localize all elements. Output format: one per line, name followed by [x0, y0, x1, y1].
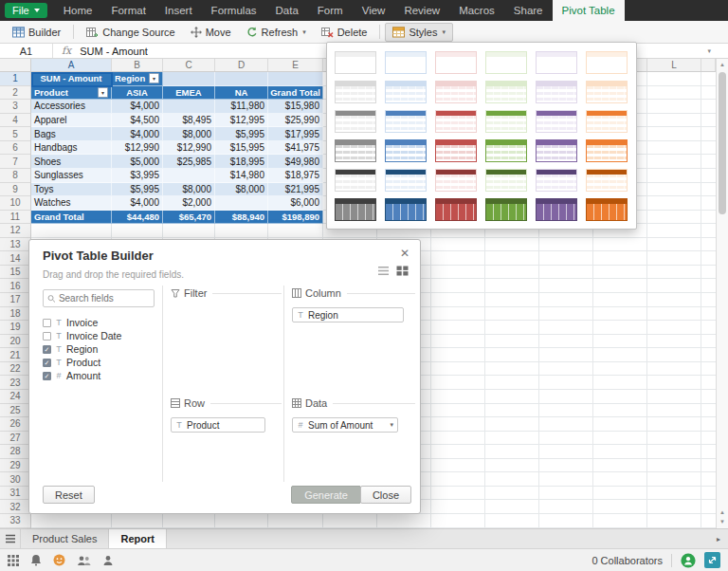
style-thumbnail-purple-row2[interactable]	[536, 81, 577, 103]
row-header-8[interactable]: 8	[0, 169, 30, 183]
styles-button[interactable]: Styles ▾	[385, 23, 452, 42]
row-header-30[interactable]: 30	[0, 472, 30, 487]
collaborators-icon[interactable]	[77, 555, 91, 566]
menu-item-home[interactable]: Home	[54, 0, 102, 21]
select-all-corner[interactable]	[0, 59, 31, 72]
row-header-5[interactable]: 5	[0, 127, 30, 141]
formula-input[interactable]: SUM - Amount	[80, 46, 148, 57]
pivot-grand-total-cell[interactable]: $44,480	[112, 211, 163, 225]
style-thumbnail-blue-row2[interactable]	[385, 81, 427, 103]
scrollbar-thumb[interactable]	[719, 72, 726, 214]
pivot-value-cell[interactable]: $25,990	[268, 114, 323, 128]
row-header-20[interactable]: 20	[0, 335, 30, 349]
row-header-2[interactable]: 2	[0, 86, 30, 101]
pivot-value-cell[interactable]: $18,995	[215, 155, 268, 169]
pivot-row-label[interactable]: Accessories	[31, 100, 112, 114]
row-header-3[interactable]: 3	[0, 100, 30, 114]
pivot-grand-total-cell[interactable]: Grand Total	[31, 211, 112, 225]
row-header-1[interactable]: 1	[0, 72, 30, 86]
style-thumbnail-blue-row1[interactable]	[385, 51, 427, 74]
row-header-22[interactable]: 22	[0, 362, 30, 377]
pivot-grand-total-cell[interactable]: $88,940	[215, 211, 268, 225]
grid-layout-button[interactable]	[396, 266, 409, 276]
cell-header-spacer[interactable]	[163, 72, 215, 86]
style-thumbnail-blue-row5[interactable]	[385, 169, 427, 192]
pivot-value-cell[interactable]: $17,995	[268, 127, 323, 141]
generate-button[interactable]: Generate	[291, 486, 361, 504]
pivot-value-cell[interactable]	[163, 169, 215, 183]
style-thumbnail-red-row1[interactable]	[435, 51, 477, 74]
style-thumbnail-red-row4[interactable]	[435, 139, 477, 162]
pivot-value-cell[interactable]: $15,980	[268, 100, 323, 114]
pivot-value-cell[interactable]	[163, 100, 215, 114]
collaborators-count[interactable]: 0 Collaborators	[592, 555, 663, 566]
pivot-col-header-na[interactable]: NA	[215, 86, 268, 101]
row-header-15[interactable]: 15	[0, 266, 30, 280]
delete-button[interactable]: Delete	[314, 23, 375, 42]
pivot-value-cell[interactable]: $4,500	[112, 114, 163, 128]
field-checkbox-amount[interactable]: ✓	[43, 372, 51, 380]
style-thumbnail-red-row5[interactable]	[435, 169, 477, 192]
field-row-product[interactable]: ✓TProduct	[43, 356, 155, 369]
pivot-row-label[interactable]: Bags	[31, 127, 112, 141]
row-header-13[interactable]: 13	[0, 238, 30, 252]
pivot-row-label[interactable]: Apparel	[31, 114, 112, 128]
pivot-grand-total-cell[interactable]: $65,470	[163, 211, 215, 225]
style-thumbnail-gray-row2[interactable]	[335, 81, 376, 103]
row-header-19[interactable]: 19	[0, 321, 30, 335]
emoji-feedback-icon[interactable]	[53, 554, 65, 566]
menu-item-pivot-table[interactable]: Pivot Table	[553, 0, 625, 21]
formula-bar-collapse-icon[interactable]: ▾	[707, 47, 711, 55]
style-thumbnail-green-row2[interactable]	[485, 81, 527, 103]
menu-item-share[interactable]: Share	[504, 0, 553, 21]
cell-header-spacer[interactable]	[215, 72, 268, 86]
style-thumbnail-green-row3[interactable]	[485, 110, 527, 133]
pivot-value-cell[interactable]: $21,995	[268, 183, 323, 197]
refresh-button[interactable]: Refresh ▾	[239, 23, 314, 42]
move-button[interactable]: Move	[183, 23, 239, 42]
grid-row[interactable]	[31, 514, 716, 528]
style-thumbnail-purple-row4[interactable]	[536, 139, 577, 162]
search-fields-box[interactable]	[43, 289, 155, 307]
row-field-chip[interactable]: T Product	[171, 417, 265, 433]
field-checkbox-invoice-date[interactable]	[43, 332, 51, 341]
field-checkbox-product[interactable]: ✓	[43, 359, 51, 367]
row-header-18[interactable]: 18	[0, 307, 30, 322]
pivot-value-cell[interactable]: $15,995	[215, 141, 268, 156]
style-thumbnail-red-row2[interactable]	[435, 81, 477, 103]
style-thumbnail-green-row5[interactable]	[485, 169, 527, 192]
row-header-9[interactable]: 9	[0, 183, 30, 197]
menu-item-formulas[interactable]: Formulas	[202, 0, 266, 21]
row-header-26[interactable]: 26	[0, 417, 30, 432]
pivot-value-cell[interactable]: $5,995	[215, 127, 268, 141]
builder-button[interactable]: Builder	[5, 23, 68, 42]
pivot-value-cell[interactable]: $11,980	[215, 100, 268, 114]
row-header-32[interactable]: 32	[0, 500, 30, 514]
row-header-11[interactable]: 11	[0, 211, 30, 225]
style-thumbnail-purple-row6[interactable]	[536, 198, 577, 221]
row-header-24[interactable]: 24	[0, 390, 30, 404]
pivot-row-label[interactable]: Toys	[31, 183, 112, 197]
row-header-28[interactable]: 28	[0, 445, 30, 459]
pivot-value-cell[interactable]: $25,985	[163, 155, 215, 169]
menu-item-format[interactable]: Format	[101, 0, 155, 21]
pivot-value-cell[interactable]: $8,495	[163, 114, 215, 128]
style-thumbnail-blue-row6[interactable]	[385, 198, 427, 221]
row-header-4[interactable]: 4	[0, 114, 30, 128]
pivot-value-cell[interactable]: $12,990	[163, 141, 215, 156]
menu-item-form[interactable]: Form	[308, 0, 353, 21]
pivot-value-cell[interactable]: $18,975	[268, 169, 323, 183]
pivot-value-cell[interactable]: $5,995	[112, 183, 163, 197]
caret-down-icon[interactable]: ▾	[390, 421, 393, 429]
column-header-partial[interactable]	[701, 59, 716, 71]
row-header-6[interactable]: 6	[0, 141, 30, 156]
user-icon[interactable]	[102, 555, 114, 566]
column-header-l[interactable]: L	[647, 59, 701, 71]
chat-icon[interactable]	[681, 553, 696, 568]
pivot-value-cell[interactable]: $2,000	[163, 196, 215, 211]
pivot-col-header-product-filter-button[interactable]: ▾	[98, 87, 108, 98]
cell-header-spacer[interactable]	[268, 72, 323, 86]
pivot-value-cell[interactable]: $12,990	[112, 141, 163, 156]
menu-item-view[interactable]: View	[353, 0, 395, 21]
change-source-button[interactable]: Change Source	[79, 23, 182, 42]
